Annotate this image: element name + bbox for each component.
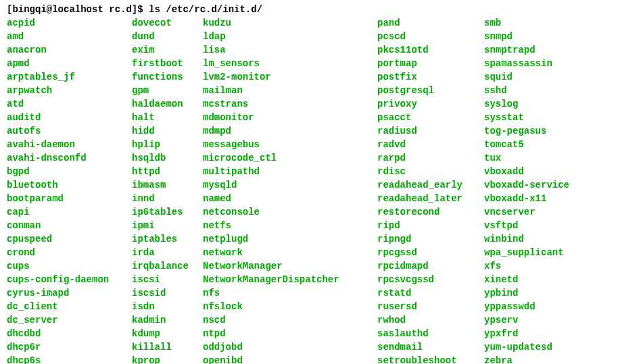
file-entry: restorecond bbox=[377, 207, 484, 217]
file-entry: postfix bbox=[377, 72, 484, 82]
file-entry: syslog bbox=[484, 99, 611, 109]
file-entry: pkcs11otd bbox=[377, 45, 484, 55]
file-entry: firstboot bbox=[132, 58, 203, 69]
file-entry: httpd bbox=[132, 166, 203, 177]
file-entry: avahi-dnsconfd bbox=[7, 153, 132, 163]
file-entry: cyrus-imapd bbox=[7, 288, 132, 298]
file-entry: pand bbox=[377, 18, 484, 28]
file-entry: readahead_later bbox=[377, 193, 484, 204]
file-entry: snmptrapd bbox=[484, 45, 611, 55]
file-entry: atd bbox=[7, 99, 132, 109]
file-entry: network bbox=[203, 247, 377, 258]
file-entry: winbind bbox=[484, 234, 611, 244]
file-entry: dhcdbd bbox=[7, 328, 132, 339]
file-entry: openibd bbox=[203, 355, 377, 364]
file-entry: rstatd bbox=[377, 288, 484, 298]
file-entry: iptables bbox=[132, 234, 203, 244]
file-entry: kudzu bbox=[203, 18, 377, 28]
file-entry: kadmin bbox=[132, 315, 203, 326]
file-entry: rwhod bbox=[377, 315, 484, 326]
file-entry: apmd bbox=[7, 58, 132, 69]
file-entry: sendmail bbox=[377, 342, 484, 353]
file-entry: multipathd bbox=[203, 166, 377, 177]
file-entry: wpa_supplicant bbox=[484, 247, 611, 258]
file-entry: ripngd bbox=[377, 234, 484, 244]
file-entry: rarpd bbox=[377, 153, 484, 163]
file-entry: vboxadd-service bbox=[484, 180, 611, 190]
file-entry: sshd bbox=[484, 85, 611, 96]
file-entry: kdump bbox=[132, 328, 203, 339]
file-entry: privoxy bbox=[377, 99, 484, 109]
file-entry: bluetooth bbox=[7, 180, 132, 190]
file-entry: rusersd bbox=[377, 301, 484, 312]
file-entry: radiusd bbox=[377, 126, 484, 136]
file-entry: nfs bbox=[203, 288, 377, 298]
file-entry: avahi-daemon bbox=[7, 139, 132, 150]
file-entry: mysqld bbox=[203, 180, 377, 190]
file-entry: netfs bbox=[203, 220, 377, 231]
file-entry: radvd bbox=[377, 139, 484, 150]
file-entry: NetworkManagerDispatcher bbox=[203, 274, 377, 285]
file-entry: crond bbox=[7, 247, 132, 258]
file-entry: mcstrans bbox=[203, 99, 377, 109]
file-entry: portmap bbox=[377, 58, 484, 69]
file-entry: irda bbox=[132, 247, 203, 258]
file-entry: hidd bbox=[132, 126, 203, 136]
file-entry: mdmpd bbox=[203, 126, 377, 136]
file-entry: zebra bbox=[484, 355, 611, 364]
file-entry: iscsid bbox=[132, 288, 203, 298]
file-entry: mdmonitor bbox=[203, 112, 377, 123]
file-entry: netconsole bbox=[203, 207, 377, 217]
file-entry: mailman bbox=[203, 85, 377, 96]
file-entry: hsqldb bbox=[132, 153, 203, 163]
file-entry: arptables_jf bbox=[7, 72, 132, 82]
file-entry: arpwatch bbox=[7, 85, 132, 96]
file-entry: ip6tables bbox=[132, 207, 203, 217]
file-entry: ripd bbox=[377, 220, 484, 231]
file-entry: pcscd bbox=[377, 31, 484, 42]
file-entry: setroubleshoot bbox=[377, 355, 484, 364]
file-entry: xfs bbox=[484, 261, 611, 271]
file-entry: dhcp6r bbox=[7, 342, 132, 353]
file-entry: innd bbox=[132, 193, 203, 204]
file-entry: vncserver bbox=[484, 207, 611, 217]
file-entry: ypxfrd bbox=[484, 328, 611, 339]
file-entry: acpid bbox=[7, 18, 132, 28]
file-entry: messagebus bbox=[203, 139, 377, 150]
file-entry: iscsi bbox=[132, 274, 203, 285]
file-entry: hplip bbox=[132, 139, 203, 150]
file-entry: oddjobd bbox=[203, 342, 377, 353]
file-entry: named bbox=[203, 193, 377, 204]
file-entry: sysstat bbox=[484, 112, 611, 123]
file-entry: cups-config-daemon bbox=[7, 274, 132, 285]
file-entry: ipmi bbox=[132, 220, 203, 231]
file-entry: dund bbox=[132, 31, 203, 42]
file-entry: netplugd bbox=[203, 234, 377, 244]
file-entry: lvm2-monitor bbox=[203, 72, 377, 82]
file-listing: acpiddovecotkudzupandsmbamddundldappcscd… bbox=[7, 18, 611, 364]
file-entry: ibmasm bbox=[132, 180, 203, 190]
file-entry: exim bbox=[132, 45, 203, 55]
file-entry: tomcat5 bbox=[484, 139, 611, 150]
file-entry: amd bbox=[7, 31, 132, 42]
file-entry: tux bbox=[484, 153, 611, 163]
file-entry: rdisc bbox=[377, 166, 484, 177]
file-entry: readahead_early bbox=[377, 180, 484, 190]
file-entry: isdn bbox=[132, 301, 203, 312]
file-entry: lisa bbox=[203, 45, 377, 55]
file-entry: saslauthd bbox=[377, 328, 484, 339]
file-entry: halt bbox=[132, 112, 203, 123]
file-entry: cups bbox=[7, 261, 132, 271]
file-entry: capi bbox=[7, 207, 132, 217]
file-entry: rpcsvcgssd bbox=[377, 274, 484, 285]
file-entry: xinetd bbox=[484, 274, 611, 285]
file-entry: vboxadd bbox=[484, 166, 611, 177]
file-entry: vboxadd-x11 bbox=[484, 193, 611, 204]
file-entry: postgresql bbox=[377, 85, 484, 96]
file-entry: nfslock bbox=[203, 301, 377, 312]
file-entry: NetworkManager bbox=[203, 261, 377, 271]
file-entry: smb bbox=[484, 18, 611, 28]
file-entry: snmpd bbox=[484, 31, 611, 42]
file-entry: gpm bbox=[132, 85, 203, 96]
file-entry: haldaemon bbox=[132, 99, 203, 109]
